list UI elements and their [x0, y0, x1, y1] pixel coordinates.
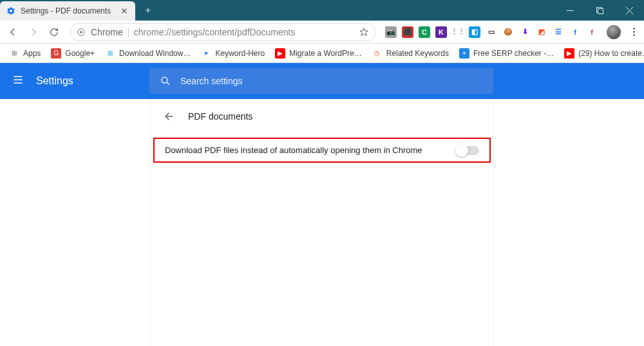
bookmark-item[interactable]: +Free SERP checker -…	[455, 45, 558, 62]
pdf-download-setting-row: Download PDF files instead of automatica…	[153, 138, 491, 163]
setting-label: Download PDF files instead of automatica…	[165, 145, 457, 155]
close-icon[interactable]	[120, 6, 129, 15]
settings-card: PDF documents Download PDF files instead…	[150, 99, 494, 346]
reload-button[interactable]	[45, 23, 63, 41]
bookmark-label: Related Keywords	[386, 49, 449, 58]
tab-strip: Settings - PDF documents	[0, 0, 157, 21]
back-arrow-icon[interactable]	[164, 111, 175, 122]
toggle-switch[interactable]	[457, 146, 479, 155]
url-origin: Chrome	[91, 27, 129, 37]
extension-icon[interactable]: ◩	[536, 26, 547, 38]
profile-avatar[interactable]	[607, 25, 621, 39]
settings-content: PDF documents Download PDF files instead…	[0, 99, 644, 346]
bookmark-item[interactable]: GGoogle+	[47, 45, 99, 62]
browser-toolbar: Chrome chrome://settings/content/pdfDocu…	[0, 21, 644, 44]
extension-icon[interactable]: ▭	[486, 26, 497, 38]
svg-point-5	[162, 77, 167, 83]
chrome-icon	[77, 28, 86, 37]
bookmark-favicon: ⊞	[9, 48, 19, 59]
window-controls	[555, 0, 644, 21]
bookmark-label: Keyword-Hero	[215, 49, 265, 58]
chrome-menu-button[interactable]	[627, 23, 640, 41]
bookmark-item[interactable]: ⊞Apps	[5, 45, 44, 62]
bookmark-favicon: ➤	[201, 48, 211, 59]
bookmark-favicon: ▶	[564, 48, 574, 59]
bookmark-label: Free SERP checker -…	[473, 49, 554, 58]
extension-icons: 📷⬛CK⋮⋮◧▭🍪⬇◩☰ff	[383, 26, 600, 38]
address-bar[interactable]: Chrome chrome://settings/content/pdfDocu…	[70, 23, 376, 41]
settings-header: Settings	[0, 63, 644, 99]
settings-search[interactable]	[149, 68, 493, 94]
url-path: chrome://settings/content/pdfDocuments	[134, 27, 296, 37]
bookmark-label: (29) How to create…	[578, 49, 644, 58]
bookmark-label: Migrate a WordPre…	[289, 49, 361, 58]
new-tab-button[interactable]	[139, 1, 157, 19]
back-button[interactable]	[4, 23, 22, 41]
bookmark-favicon: ◷	[372, 48, 383, 59]
bookmark-item[interactable]: ▶Migrate a WordPre…	[271, 45, 365, 62]
extension-icon[interactable]: f	[586, 26, 598, 38]
settings-page: Settings PDF documents Download PDF file…	[0, 63, 644, 346]
search-icon	[160, 75, 171, 87]
bookmark-favicon: G	[51, 48, 61, 59]
extension-icon[interactable]: ⋮⋮	[452, 26, 464, 38]
maximize-button[interactable]	[585, 0, 614, 21]
close-button[interactable]	[614, 0, 644, 21]
extension-icon[interactable]: ◧	[469, 26, 480, 38]
forward-button[interactable]	[24, 23, 43, 41]
extension-icon[interactable]: C	[419, 26, 430, 38]
extension-icon[interactable]: f	[569, 26, 581, 38]
bookmark-item[interactable]: ➤Keyword-Hero	[197, 45, 269, 62]
search-input[interactable]	[180, 76, 483, 86]
page-title: PDF documents	[188, 111, 252, 122]
minimize-button[interactable]	[555, 0, 585, 21]
extension-icon[interactable]: ⬛	[402, 26, 413, 38]
gear-icon	[6, 6, 15, 15]
bookmark-favicon: +	[459, 48, 469, 59]
bookmark-label: Google+	[65, 49, 95, 58]
window-titlebar: Settings - PDF documents	[0, 0, 644, 21]
bookmark-favicon: ▶	[275, 48, 285, 59]
bookmark-star-icon[interactable]	[359, 27, 369, 37]
bookmarks-bar: ⊞AppsGGoogle+⊞Download Window…➤Keyword-H…	[0, 44, 644, 63]
extension-icon[interactable]: 🍪	[502, 26, 514, 38]
extension-icon[interactable]: ⬇	[519, 26, 531, 38]
bookmark-label: Download Window…	[119, 49, 191, 58]
bookmark-favicon: ⊞	[105, 48, 115, 59]
settings-title: Settings	[36, 75, 73, 87]
extension-icon[interactable]: ☰	[553, 26, 564, 38]
extension-icon[interactable]: K	[435, 26, 447, 38]
tab-title: Settings - PDF documents	[21, 6, 120, 15]
bookmark-item[interactable]: ▶(29) How to create…	[560, 45, 644, 62]
svg-rect-1	[598, 8, 603, 14]
svg-point-4	[80, 31, 82, 33]
menu-icon[interactable]	[12, 73, 24, 89]
bookmark-item[interactable]: ⊞Download Window…	[101, 45, 194, 62]
browser-tab[interactable]: Settings - PDF documents	[0, 1, 135, 21]
extension-icon[interactable]: 📷	[385, 26, 397, 38]
card-header: PDF documents	[151, 99, 493, 134]
bookmark-item[interactable]: ◷Related Keywords	[368, 45, 453, 62]
bookmark-label: Apps	[23, 49, 41, 58]
